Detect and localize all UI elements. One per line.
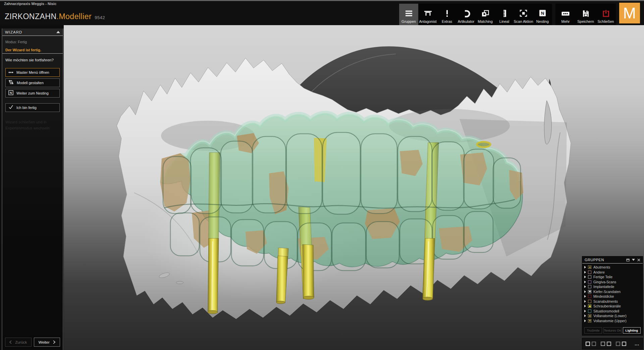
group-checkbox[interactable] [588, 304, 591, 308]
window-top-highlight [0, 0, 644, 1]
wizard-hint-text: Wizard schließen und in Expertenmodus we… [5, 119, 60, 131]
expand-arrow-icon[interactable] [584, 314, 586, 317]
groups-title: GRUPPEN [585, 258, 624, 262]
toolbar-button-speichern[interactable]: Speichern [576, 4, 596, 25]
more-views-button[interactable]: ... [635, 341, 639, 346]
toolbar-button-schliessen[interactable]: Schließen [596, 4, 616, 25]
toolbar-button-lineal[interactable]: Lineal [495, 4, 514, 25]
chevron-down-icon[interactable] [632, 259, 635, 261]
back-button[interactable]: Zurück [5, 338, 32, 347]
group-checkbox[interactable] [588, 271, 591, 274]
expand-arrow-icon[interactable] [584, 300, 586, 303]
title-toolbar: Zahnarztpraxis Weggis - Nisic ZIRKONZAHN… [0, 0, 644, 25]
expand-arrow-icon[interactable] [584, 281, 586, 283]
ruler-icon [500, 9, 508, 18]
group-checkbox[interactable] [588, 280, 591, 284]
group-checkbox[interactable] [588, 309, 591, 313]
wizard-title: WIZARD [5, 30, 22, 34]
goto-nesting-button[interactable]: N Weiter zum Nesting [5, 89, 60, 98]
trusmile-button[interactable]: TruSmile [584, 327, 602, 334]
group-row-vollanatomie-upper[interactable]: Vollanatomie (Upper) [584, 318, 643, 324]
view-layout-option-2[interactable] [592, 342, 596, 346]
view-layout-option-5[interactable] [616, 342, 620, 346]
toolbar-button-matching[interactable]: Matching [476, 4, 495, 25]
articulator-icon [462, 9, 470, 18]
antagonist-icon [424, 9, 432, 18]
group-row-andere[interactable]: Andere [584, 270, 643, 275]
model-design-icon [8, 80, 14, 86]
groups-tree: Abutments Andere Fertige Teile Gingiva-S… [582, 264, 643, 323]
group-checkbox[interactable] [588, 285, 591, 288]
expand-arrow-icon[interactable] [584, 266, 586, 269]
view-layout-option-6[interactable] [622, 342, 626, 346]
toolbar-button-antagonist[interactable]: Antagonist [418, 4, 437, 25]
collapse-up-icon[interactable] [56, 31, 60, 33]
groups-panel-header: GRUPPEN [582, 256, 643, 264]
view-layout-option-4[interactable] [607, 342, 611, 346]
group-row-situationsmodell[interactable]: Situationsmodell [584, 309, 643, 314]
group-row-gingiva-scans[interactable]: Gingiva-Scans [584, 280, 643, 285]
app-version: 9542 [95, 15, 105, 20]
expand-arrow-icon[interactable] [584, 271, 586, 274]
expand-arrow-icon[interactable] [584, 295, 586, 298]
wizard-footer: Zurück Weiter [5, 338, 60, 347]
group-checkbox[interactable] [588, 275, 591, 279]
expand-arrow-icon[interactable] [584, 276, 586, 278]
wizard-panel: WIZARD Modus: Fertig Der Wizard ist fert… [2, 28, 63, 350]
group-checkbox[interactable] [588, 266, 591, 269]
restore-window-icon[interactable] [626, 258, 630, 261]
group-row-fertige-teile[interactable]: Fertige Teile [584, 275, 643, 280]
toolbar-button-nesting[interactable]: N Nesting [533, 4, 552, 25]
toolbar-button-extras[interactable]: Extras [437, 4, 457, 25]
app-brand: ZIRKONZAHN [5, 12, 57, 21]
group-row-schraubenkanaele[interactable]: Schraubenkanäle [584, 304, 643, 309]
view-layout-option-1[interactable] [586, 342, 590, 346]
model-3d-scene [64, 25, 644, 350]
toolbar-button-scan-aktion[interactable]: Scan Aktion [514, 4, 533, 25]
group-checkbox[interactable] [588, 314, 591, 317]
group-checkbox[interactable] [588, 300, 591, 303]
secondary-toolbar: Mehr Speichern Schließen [555, 4, 616, 25]
wizard-panel-header[interactable]: WIZARD [2, 28, 63, 36]
svg-text:N: N [10, 91, 12, 95]
group-checkbox[interactable] [588, 295, 591, 298]
expand-arrow-icon[interactable] [584, 319, 586, 322]
close-icon[interactable] [637, 258, 640, 261]
group-row-vollanatomie-lower[interactable]: Vollanatomie (Lower) [584, 313, 643, 318]
wizard-actions: Master Menü öffnen Modell gestalten N We… [5, 68, 60, 112]
groups-footer: TruSmile Textures On Lighting [584, 327, 641, 334]
main-toolbar: Gruppen Antagonist Extras Artikulator Ma… [399, 4, 552, 25]
window-title: Zahnarztpraxis Weggis - Nisic [4, 2, 56, 6]
next-button[interactable]: Weiter [34, 338, 60, 347]
group-checkbox[interactable] [588, 319, 591, 323]
group-row-abutments[interactable]: Abutments [584, 265, 643, 270]
toolbar-button-artikulator[interactable]: Artikulator [457, 4, 476, 25]
lighting-button[interactable]: Lighting [623, 327, 641, 334]
textures-button[interactable]: Textures On [603, 327, 621, 334]
wizard-divider [2, 53, 63, 54]
expand-arrow-icon[interactable] [584, 305, 586, 307]
app-title: ZIRKONZAHN.Modellier9542 [5, 12, 105, 21]
toolbar-button-gruppen[interactable]: Gruppen [399, 4, 418, 25]
group-row-kiefer-scandaten[interactable]: Kiefer-Scandaten [584, 289, 643, 294]
finish-button[interactable]: Ich bin fertig [5, 103, 60, 112]
more-icon [561, 9, 570, 18]
group-row-implantatteile[interactable]: Implantatteile [584, 284, 643, 289]
model-design-button[interactable]: Modell gestalten [5, 78, 60, 87]
viewport-3d[interactable] [64, 25, 644, 350]
check-icon [8, 105, 13, 111]
zirkonzahn-m-logo[interactable]: M [619, 3, 640, 23]
toolbar-button-mehr[interactable]: Mehr [555, 4, 576, 25]
nesting-icon: N [538, 9, 547, 18]
expand-arrow-icon[interactable] [584, 285, 586, 288]
group-row-mindestdicke[interactable]: Mindestdicke [584, 294, 643, 299]
view-layout-option-3[interactable] [601, 342, 605, 346]
expand-arrow-icon[interactable] [584, 290, 586, 293]
master-menu-button[interactable]: Master Menü öffnen [5, 68, 60, 77]
svg-text:N: N [541, 11, 544, 16]
wizard-body: Modus: Fertig Der Wizard ist fertig. Wie… [2, 36, 63, 134]
group-checkbox[interactable] [588, 290, 591, 293]
group-row-scanabutments[interactable]: Scanabutments [584, 299, 643, 304]
expand-arrow-icon[interactable] [584, 310, 586, 312]
wizard-mode-label: Modus: Fertig [5, 40, 60, 44]
